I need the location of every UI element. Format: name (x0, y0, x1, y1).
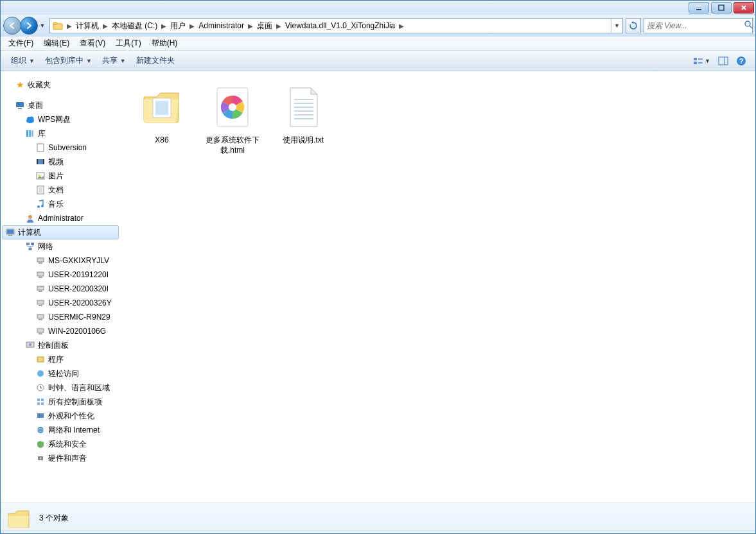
tree-net-item[interactable]: USER-20200320I (1, 282, 120, 296)
tree-label: 库 (38, 128, 46, 139)
svg-point-54 (29, 343, 31, 346)
pc-icon (35, 312, 46, 322)
svg-point-32 (37, 205, 40, 208)
search-icon[interactable] (744, 20, 753, 31)
svg-rect-45 (37, 286, 44, 290)
file-item-html[interactable]: 更多系统软件下载.html (197, 78, 268, 159)
tree-net-item[interactable]: WIN-20200106G (1, 324, 120, 338)
menu-file[interactable]: 文件(F) (3, 37, 39, 50)
preview-pane-button[interactable] (714, 55, 732, 67)
svg-rect-22 (37, 144, 44, 151)
close-button[interactable] (734, 2, 754, 13)
tree-lib-item[interactable]: 视频 (1, 155, 120, 169)
desktop-icon (15, 100, 25, 110)
tree-lib-item[interactable]: 音乐 (1, 197, 120, 211)
hardware-icon (35, 453, 46, 463)
tree-wps[interactable]: WPS网盘 (1, 112, 120, 126)
breadcrumb-chevron[interactable]: ▶ (160, 19, 168, 33)
tree-cpl-item[interactable]: 系统和安全 (1, 437, 120, 451)
tree-favorites[interactable]: ★ 收藏夹 (1, 78, 120, 92)
share-button[interactable]: 共享 ▼ (97, 53, 131, 68)
minimize-button[interactable] (689, 2, 709, 13)
address-bar[interactable]: ▶ 计算机 ▶ 本地磁盘 (C:) ▶ 用户 ▶ Administrator ▶… (49, 18, 623, 33)
tree-lib-item[interactable]: Subversion (1, 141, 120, 155)
nav-history-dropdown[interactable]: ▼ (38, 17, 47, 35)
body-area: ★ 收藏夹 桌面 WPS网盘 库 Subversion 视频 图片 文档 音乐 … (1, 71, 755, 503)
tree-net-item[interactable]: MS-GXKIXRYJLV (1, 254, 120, 268)
breadcrumb-chevron[interactable]: ▶ (66, 19, 73, 33)
search-input[interactable] (647, 21, 744, 30)
tree-label: MS-GXKIXRYJLV (48, 256, 109, 265)
tree-control-panel[interactable]: 控制面板 (1, 338, 120, 352)
breadcrumb-chevron[interactable]: ▶ (188, 19, 196, 33)
tree-label: 收藏夹 (28, 80, 51, 90)
svg-rect-44 (39, 277, 42, 278)
svg-rect-48 (39, 305, 42, 306)
file-label: 更多系统软件下载.html (198, 135, 267, 155)
breadcrumb-seg[interactable]: 本地磁盘 (C:) (109, 19, 160, 33)
view-mode-button[interactable]: ▼ (689, 55, 714, 67)
menu-view[interactable]: 查看(V) (75, 37, 110, 50)
help-button[interactable]: ? (732, 54, 750, 68)
refresh-button[interactable] (626, 18, 641, 33)
breadcrumb-seg[interactable]: Administrator (196, 19, 247, 33)
menu-bar: 文件(F) 编辑(E) 查看(V) 工具(T) 帮助(H) (1, 37, 755, 51)
new-folder-button[interactable]: 新建文件夹 (131, 53, 180, 68)
menu-tools[interactable]: 工具(T) (110, 37, 146, 50)
tree-cpl-item[interactable]: 外观和个性化 (1, 409, 120, 423)
breadcrumb-chevron[interactable]: ▶ (398, 19, 405, 33)
back-button[interactable] (3, 17, 21, 35)
tree-lib-item[interactable]: 图片 (1, 169, 120, 183)
tree-net-item[interactable]: USER-20191220I (1, 268, 120, 282)
tree-lib-item[interactable]: 文档 (1, 183, 120, 197)
address-dropdown[interactable]: ▼ (611, 19, 622, 33)
breadcrumb-seg[interactable]: 桌面 (254, 19, 275, 33)
maximize-button[interactable] (711, 2, 732, 13)
picture-icon (35, 171, 46, 181)
folder-icon (136, 82, 188, 133)
svg-rect-43 (37, 272, 44, 276)
tree-cpl-item[interactable]: 所有控制面板项 (1, 395, 120, 409)
pc-icon (35, 255, 46, 266)
menu-edit[interactable]: 编辑(E) (39, 37, 75, 50)
folder-icon (6, 507, 31, 530)
file-item-folder[interactable]: X86 (127, 78, 197, 159)
forward-button[interactable] (20, 17, 38, 35)
tree-cpl-item[interactable]: 时钟、语言和区域 (1, 381, 120, 395)
tree-net-item[interactable]: USERMIC-R9N29 (1, 310, 120, 324)
breadcrumb-seg[interactable]: Viewdata.dll_V1.0_XiTongZhiJia (283, 19, 398, 33)
breadcrumb-seg[interactable]: 用户 (168, 19, 188, 33)
tree-net-item[interactable]: USER-20200326Y (1, 296, 120, 310)
svg-rect-52 (39, 333, 42, 334)
tree-cpl-item[interactable]: 程序 (1, 352, 120, 366)
tree-label: 程序 (48, 354, 64, 365)
breadcrumb-chevron[interactable]: ▶ (275, 19, 283, 33)
tree-network[interactable]: 网络 (1, 239, 120, 254)
svg-rect-20 (29, 130, 31, 137)
tree-desktop[interactable]: 桌面 (1, 98, 120, 112)
navigation-pane[interactable]: ★ 收藏夹 桌面 WPS网盘 库 Subversion 视频 图片 文档 音乐 … (1, 71, 120, 503)
organize-button[interactable]: 组织 ▼ (6, 53, 40, 68)
tree-libraries[interactable]: 库 (1, 126, 120, 141)
tree-cpl-item[interactable]: 网络和 Internet (1, 423, 120, 437)
tree-cpl-item[interactable]: 轻松访问 (1, 366, 120, 381)
file-list[interactable]: X86 (123, 71, 755, 503)
breadcrumb-seg[interactable]: 计算机 (73, 19, 101, 33)
svg-rect-59 (41, 399, 44, 401)
menu-help[interactable]: 帮助(H) (146, 37, 183, 50)
svg-rect-36 (7, 230, 13, 234)
breadcrumb-chevron[interactable]: ▶ (101, 19, 109, 33)
tree-label: USER-20191220I (48, 270, 109, 279)
document-icon (35, 185, 46, 195)
breadcrumb-chevron[interactable]: ▶ (247, 19, 254, 33)
tree-cpl-item[interactable]: 硬件和声音 (1, 451, 120, 465)
svg-rect-68 (155, 101, 168, 115)
include-in-library-button[interactable]: 包含到库中 ▼ (40, 53, 97, 68)
file-item-txt[interactable]: 使用说明.txt (268, 78, 338, 159)
text-icon (277, 82, 329, 133)
pc-icon (35, 284, 46, 294)
star-icon: ★ (15, 80, 25, 90)
tree-admin[interactable]: Administrator (1, 211, 120, 225)
tree-computer[interactable]: 计算机 (2, 225, 119, 239)
search-box[interactable] (644, 18, 753, 33)
